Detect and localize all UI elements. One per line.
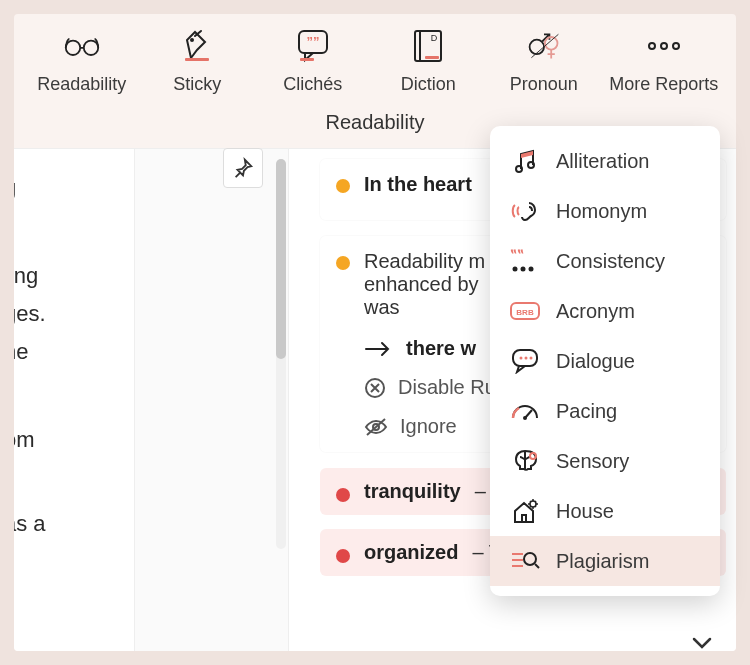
svg-point-1 xyxy=(84,41,98,55)
tool-readability[interactable]: Readability xyxy=(32,28,132,95)
dropdown-label: Plagiarism xyxy=(556,550,649,573)
svg-rect-3 xyxy=(185,58,209,61)
severity-dot-icon xyxy=(336,549,350,563)
svg-point-33 xyxy=(530,453,536,459)
dropdown-item-homonym[interactable]: Homonym xyxy=(490,186,720,236)
glasses-icon xyxy=(64,28,100,64)
svg-point-2 xyxy=(190,38,194,42)
dictionary-icon: D xyxy=(410,28,446,64)
svg-point-29 xyxy=(525,357,528,360)
document-text-fragment: g ling ges. ne om as a xyxy=(14,159,94,553)
speech-bubble-icon xyxy=(510,346,540,376)
tool-label: Clichés xyxy=(283,74,342,95)
tool-sticky[interactable]: Sticky xyxy=(147,28,247,95)
tool-label: Readability xyxy=(37,74,126,95)
text-fragment: g xyxy=(14,169,84,207)
more-dots-icon xyxy=(646,28,682,64)
svg-point-0 xyxy=(66,41,80,55)
svg-text:BRB: BRB xyxy=(516,308,534,317)
search-lines-icon xyxy=(510,546,540,576)
quote-bubble-icon: ”” xyxy=(295,28,331,64)
tool-label: Diction xyxy=(401,74,456,95)
svg-rect-6 xyxy=(300,58,314,61)
ear-icon xyxy=(510,196,540,226)
tool-cliches[interactable]: ”” Clichés xyxy=(263,28,363,95)
svg-point-10 xyxy=(529,40,543,54)
arrow-right-icon xyxy=(364,341,392,357)
svg-point-13 xyxy=(649,43,655,49)
svg-text:””: ”” xyxy=(306,34,319,49)
action-label: Disable Ru xyxy=(398,376,496,399)
pin-button[interactable] xyxy=(223,148,263,188)
svg-point-15 xyxy=(673,43,679,49)
dropdown-label: House xyxy=(556,500,614,523)
svg-text:‟‟: ‟‟ xyxy=(510,248,524,263)
scrollbar[interactable] xyxy=(276,159,286,549)
svg-point-32 xyxy=(523,416,527,420)
dropdown-label: Consistency xyxy=(556,250,665,273)
svg-point-23 xyxy=(521,267,526,272)
suggestion-text: there w xyxy=(406,337,476,360)
card-title: In the heart xyxy=(364,173,472,196)
dropdown-item-house[interactable]: House xyxy=(490,486,720,536)
svg-point-22 xyxy=(513,267,518,272)
house-gear-icon xyxy=(510,496,540,526)
text-fragment: ling xyxy=(14,257,84,295)
dropdown-label: Sensory xyxy=(556,450,629,473)
dropdown-item-acronym[interactable]: BRB Acronym xyxy=(490,286,720,336)
severity-dot-icon xyxy=(336,488,350,502)
dropdown-item-pacing[interactable]: Pacing xyxy=(490,386,720,436)
svg-point-11 xyxy=(545,37,558,50)
text-fragment: as a xyxy=(14,505,84,543)
card-line: Readability m xyxy=(364,250,485,273)
svg-point-14 xyxy=(661,43,667,49)
text-fragment: om xyxy=(14,421,84,459)
circle-x-icon xyxy=(364,377,386,399)
svg-point-38 xyxy=(524,553,536,565)
dropdown-item-sensory[interactable]: Sensory xyxy=(490,436,720,486)
svg-point-28 xyxy=(520,357,523,360)
tool-diction[interactable]: D Diction xyxy=(378,28,478,95)
glue-icon xyxy=(179,28,215,64)
scrollbar-thumb[interactable] xyxy=(276,159,286,359)
quotes-icon: ‟‟ xyxy=(510,246,540,276)
card-line: enhanced by xyxy=(364,273,485,296)
more-reports-dropdown: Alliteration Homonym ‟‟ Consistency BRB … xyxy=(490,126,720,596)
text-fragment: ges. xyxy=(14,295,84,333)
issue-word: organized xyxy=(364,541,458,564)
issue-word: tranquility xyxy=(364,480,461,503)
svg-rect-9 xyxy=(425,56,439,59)
gutter xyxy=(134,149,289,651)
svg-line-39 xyxy=(535,564,539,568)
dropdown-label: Homonym xyxy=(556,200,647,223)
tool-pronoun[interactable]: Pronoun xyxy=(494,28,594,95)
card-line: was xyxy=(364,296,485,319)
text-fragment: ne xyxy=(14,333,84,371)
eye-off-icon xyxy=(364,417,388,437)
severity-dot-icon xyxy=(336,256,350,270)
tool-label: Sticky xyxy=(173,74,221,95)
dropdown-label: Dialogue xyxy=(556,350,635,373)
gender-symbols-icon xyxy=(526,28,562,64)
dropdown-item-plagiarism[interactable]: Plagiarism xyxy=(490,536,720,586)
dropdown-item-alliteration[interactable]: Alliteration xyxy=(490,136,720,186)
svg-point-30 xyxy=(530,357,533,360)
dropdown-item-dialogue[interactable]: Dialogue xyxy=(490,336,720,386)
tool-more-reports[interactable]: More Reports xyxy=(609,28,718,95)
chevron-down-icon[interactable] xyxy=(692,636,712,650)
action-label: Ignore xyxy=(400,415,457,438)
svg-point-20 xyxy=(528,162,534,168)
brb-badge-icon: BRB xyxy=(510,296,540,326)
severity-dot-icon xyxy=(336,179,350,193)
card-body: Readability m enhanced by was xyxy=(364,250,485,319)
gauge-icon xyxy=(510,396,540,426)
svg-point-24 xyxy=(529,267,534,272)
dropdown-label: Pacing xyxy=(556,400,617,423)
pin-icon xyxy=(232,157,254,179)
dropdown-label: Acronym xyxy=(556,300,635,323)
music-note-icon xyxy=(510,146,540,176)
tool-label: Pronoun xyxy=(510,74,578,95)
brain-icon xyxy=(510,446,540,476)
tool-label: More Reports xyxy=(609,74,718,95)
dropdown-item-consistency[interactable]: ‟‟ Consistency xyxy=(490,236,720,286)
